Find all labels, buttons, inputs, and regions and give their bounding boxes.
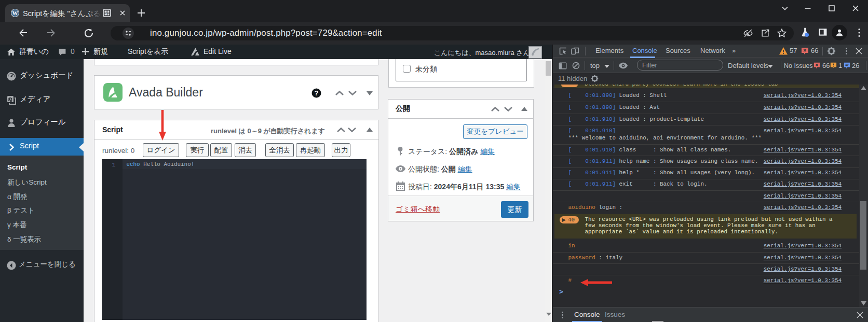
svg-text:?: ?: [315, 89, 319, 97]
svg-text:W: W: [12, 10, 18, 16]
